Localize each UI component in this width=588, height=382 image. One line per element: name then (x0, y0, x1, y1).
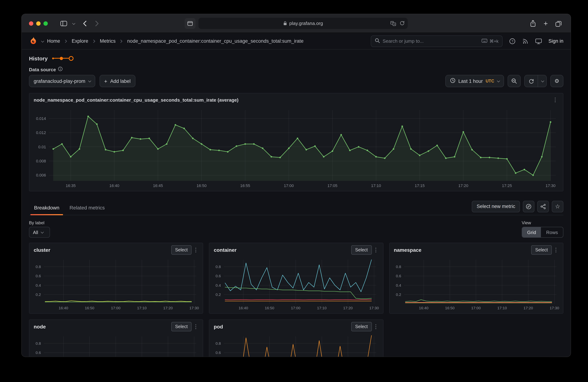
add-label-button[interactable]: + Add label (99, 75, 135, 87)
panel-label: node (34, 324, 46, 329)
history-label[interactable]: History (29, 55, 48, 61)
svg-text:0.2: 0.2 (216, 292, 221, 297)
svg-text:17:10: 17:10 (497, 306, 507, 310)
label-chart[interactable]: 0.20.40.60.816:4016:5017:0017:1017:2017:… (390, 257, 560, 311)
datasource-picker[interactable]: grafanacloud-play-prom (29, 75, 95, 87)
breakdown-panel-header[interactable]: node Select ⋮ (29, 320, 203, 334)
timeseries-chart[interactable]: 0.0060.0080.010.0120.01416:3516:4016:451… (30, 106, 561, 189)
view-grid-option[interactable]: Grid (522, 227, 541, 237)
select-button[interactable]: Select (351, 322, 372, 331)
search-input[interactable]: Search or jump to... ⌘+k (371, 35, 502, 47)
label-chart[interactable]: 0.20.40.60.816:4016:5017:0017:1017:2017:… (210, 257, 380, 311)
zoom-out-button[interactable] (508, 75, 521, 87)
by-label-select[interactable]: All (29, 227, 50, 238)
share-panel-button[interactable] (537, 201, 549, 212)
grafana-logo-icon[interactable] (29, 36, 38, 46)
panel-header[interactable]: node_namespace_pod_container:container_c… (29, 93, 563, 106)
info-icon[interactable] (58, 66, 63, 73)
svg-text:16:50: 16:50 (85, 306, 94, 310)
svg-text:0.8: 0.8 (36, 341, 41, 345)
tab-overview-icon[interactable] (555, 20, 562, 27)
explore-compass-button[interactable] (523, 201, 534, 212)
svg-text:17:05: 17:05 (328, 183, 337, 188)
chevron-down-icon (88, 79, 91, 82)
svg-text:0.4: 0.4 (36, 283, 41, 287)
select-new-metric-button[interactable]: Select new metric (472, 201, 520, 212)
screen: play.grafana.org A (0, 0, 588, 382)
search-icon (375, 38, 380, 44)
svg-text:17:20: 17:20 (523, 306, 533, 310)
breakdown-panel-header[interactable]: container Select ⋮ (210, 243, 383, 257)
back-button[interactable] (83, 20, 87, 27)
breadcrumb-explore[interactable]: Explore (72, 38, 88, 44)
chevron-down-icon (41, 230, 44, 233)
tab-related-metrics[interactable]: Related metrics (64, 200, 110, 215)
breadcrumb-separator-icon (93, 39, 96, 43)
svg-text:0.6: 0.6 (36, 350, 41, 355)
tab-breakdown[interactable]: Breakdown (29, 200, 64, 215)
breakdown-panel: cluster Select ⋮ 0.20.40.60.816:4016:501… (29, 243, 203, 314)
label-chart[interactable]: 0.20.40.60.816:4016:5017:0017:1017:2017:… (210, 334, 380, 357)
help-icon[interactable]: ? (509, 38, 515, 44)
svg-text:16:50: 16:50 (197, 183, 207, 188)
panel-title: node_namespace_pod_container:container_c… (34, 97, 238, 103)
refresh-button[interactable] (525, 75, 538, 87)
label-chart[interactable]: 0.20.40.60.816:4016:5017:0017:1017:2017:… (30, 257, 200, 311)
select-button[interactable]: Select (351, 245, 372, 255)
page-settings-button[interactable] (185, 18, 195, 29)
svg-text:17:30: 17:30 (189, 306, 199, 310)
svg-text:17:30: 17:30 (370, 306, 379, 310)
refresh-interval-chevron[interactable] (538, 75, 546, 87)
breadcrumb-home[interactable]: Home (47, 38, 60, 44)
svg-text:17:30: 17:30 (546, 183, 556, 188)
breakdown-panel: pod Select ⋮ 0.20.40.60.816:4016:5017:00… (209, 319, 383, 357)
search-placeholder: Search or jump to... (382, 38, 479, 44)
view-rows-option[interactable]: Rows (541, 227, 563, 237)
settings-button[interactable]: ⚙ (550, 75, 563, 87)
star-button[interactable]: ☆ (552, 201, 563, 212)
sign-in-link[interactable]: Sign in (548, 38, 563, 44)
new-tab-icon[interactable]: + (544, 19, 548, 28)
zoom-window-button[interactable] (43, 21, 48, 25)
display-icon[interactable] (535, 38, 542, 44)
svg-text:17:00: 17:00 (284, 183, 294, 188)
kebab-menu-icon[interactable]: ⋮ (372, 247, 380, 253)
clock-icon (450, 78, 456, 84)
breakdown-panel-header[interactable]: pod Select ⋮ (210, 320, 383, 334)
kebab-menu-icon[interactable]: ⋮ (551, 96, 559, 103)
kebab-menu-icon[interactable]: ⋮ (372, 324, 380, 330)
close-window-button[interactable] (29, 21, 33, 25)
label-chart[interactable]: 0.20.40.60.816:4016:5017:0017:1017:2017:… (30, 334, 200, 357)
svg-text:17:20: 17:20 (458, 183, 468, 188)
select-button[interactable]: Select (171, 245, 192, 255)
breakdown-panel-header[interactable]: cluster Select ⋮ (29, 243, 203, 257)
forward-button[interactable] (95, 20, 99, 27)
svg-text:17:10: 17:10 (137, 306, 147, 310)
kebab-menu-icon[interactable]: ⋮ (192, 247, 200, 253)
time-range-picker[interactable]: Last 1 hour UTC (445, 75, 504, 87)
svg-text:16:40: 16:40 (109, 183, 119, 188)
svg-text:0.012: 0.012 (36, 130, 46, 135)
select-button[interactable]: Select (171, 322, 192, 331)
breadcrumb-metrics[interactable]: Metrics (100, 38, 116, 44)
select-button[interactable]: Select (531, 245, 552, 255)
history-stepper-icon[interactable] (52, 56, 73, 61)
share-icon[interactable] (530, 20, 536, 27)
svg-text:0.8: 0.8 (36, 265, 41, 269)
browser-titlebar: play.grafana.org A (22, 14, 571, 33)
news-icon[interactable] (522, 38, 528, 44)
translate-icon[interactable]: A (390, 21, 396, 26)
kebab-menu-icon[interactable]: ⋮ (192, 324, 200, 330)
timezone-badge: UTC (486, 79, 494, 83)
reload-icon[interactable] (400, 21, 405, 26)
svg-text:17:20: 17:20 (343, 306, 353, 310)
svg-text:0.014: 0.014 (36, 116, 46, 121)
sidebar-toggle-icon[interactable] (60, 20, 67, 27)
breakdown-panel-header[interactable]: namespace Select ⋮ (389, 243, 563, 257)
kebab-menu-icon[interactable]: ⋮ (552, 247, 560, 253)
org-switcher-chevron-icon[interactable] (41, 39, 44, 42)
svg-text:17:00: 17:00 (111, 306, 121, 310)
address-bar[interactable]: play.grafana.org A (198, 18, 408, 29)
minimize-window-button[interactable] (36, 21, 41, 25)
sidebar-chevron-icon[interactable] (72, 21, 75, 25)
